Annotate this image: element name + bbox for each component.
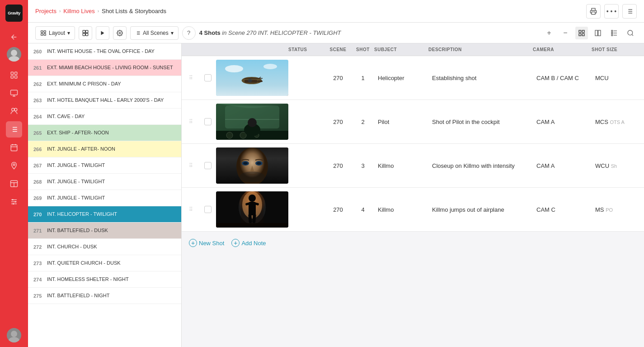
topnav-right: • • • xyxy=(586,4,637,19)
svg-rect-56 xyxy=(595,30,597,36)
shot-size-3: WCU Sh xyxy=(592,162,637,169)
breadcrumb-current: Shot Lists & Storyboards xyxy=(102,8,166,14)
scene-item-272[interactable]: 272 INT. CHURCH - DUSK xyxy=(28,239,181,255)
shot-size-4: MS PO xyxy=(592,206,637,213)
drag-handle-2[interactable]: ⠿ xyxy=(189,119,200,125)
drag-handle-3[interactable]: ⠿ xyxy=(189,162,200,169)
svg-rect-59 xyxy=(611,32,613,33)
drag-handle-4[interactable]: ⠿ xyxy=(189,206,200,213)
scene-item-265[interactable]: 265 EXT. SHIP - AFTER- NOON xyxy=(28,125,181,141)
shot-row-3: ⠿ xyxy=(182,144,644,188)
sidebar-item-location[interactable] xyxy=(6,157,22,174)
checkbox-3[interactable] xyxy=(200,162,216,169)
scene-item-261[interactable]: 261 EXT. MIAMI BEACH HOUSE - LIVING ROOM… xyxy=(28,60,181,76)
shot-row-2: ⠿ xyxy=(182,100,644,144)
header-camera: CAMERA xyxy=(533,47,592,52)
header-scene: SCENE xyxy=(324,47,352,52)
new-shot-plus-icon: + xyxy=(189,239,197,247)
breadcrumb: Projects › Killmo Lives › Shot Lists & S… xyxy=(35,8,166,14)
content-area: 260 INT. WHITE HOUSE - THE OVAL OFFICE -… xyxy=(28,43,644,347)
scene-item-271[interactable]: 271 INT. BATTLEFIELD - DUSK xyxy=(28,223,181,239)
storyboard-button[interactable] xyxy=(79,26,92,40)
checkbox-2[interactable] xyxy=(200,118,216,125)
shot-thumb-2[interactable] xyxy=(216,104,288,140)
sidebar-item-projects[interactable] xyxy=(6,67,22,83)
print-button[interactable] xyxy=(586,4,601,19)
view-list-button[interactable] xyxy=(608,27,620,39)
play-button[interactable] xyxy=(96,26,109,40)
svg-point-47 xyxy=(119,32,121,34)
shot-area: STATUS SCENE SHOT SUBJECT DESCRIPTION CA… xyxy=(182,43,644,347)
svg-rect-38 xyxy=(41,30,43,32)
breadcrumb-project[interactable]: Killmo Lives xyxy=(63,8,94,14)
help-button[interactable]: ? xyxy=(182,26,196,40)
app-logo[interactable]: Gravity xyxy=(5,5,23,22)
svg-point-7 xyxy=(12,108,14,111)
sidebar-item-sliders[interactable] xyxy=(6,194,22,210)
more-button[interactable]: • • • xyxy=(604,4,619,19)
shot-camera-4: CAM C xyxy=(533,206,592,213)
sidebar-item-shotlist[interactable] xyxy=(6,121,22,138)
svg-rect-6 xyxy=(11,90,18,95)
scene-item-275[interactable]: 275 INT. BATTLEFIELD - NIGHT xyxy=(28,288,181,304)
svg-point-95 xyxy=(249,195,256,202)
layout-button[interactable]: Layout ▾ xyxy=(35,26,75,40)
toolbar: Layout ▾ All Scenes xyxy=(28,23,644,43)
breadcrumb-sep1: › xyxy=(59,9,61,14)
svg-point-1 xyxy=(9,56,19,62)
new-shot-link[interactable]: + New Shot xyxy=(189,239,224,247)
scene-item-263[interactable]: 263 INT. HOTEL BANQUET HALL - EARLY 2000… xyxy=(28,92,181,109)
add-note-label: Add Note xyxy=(241,240,266,247)
scene-item-268[interactable]: 268 INT. JUNGLE - TWILIGHT xyxy=(28,174,181,190)
svg-rect-71 xyxy=(257,81,263,82)
breadcrumb-projects[interactable]: Projects xyxy=(35,8,56,14)
scene-item-274[interactable]: 274 INT. HOMELESS SHELTER - NIGHT xyxy=(28,271,181,288)
shot-size-2: MCS OTS A xyxy=(592,119,637,125)
scene-item-260[interactable]: 260 INT. WHITE HOUSE - THE OVAL OFFICE -… xyxy=(28,43,181,60)
new-shot-label: New Shot xyxy=(199,240,224,247)
svg-rect-45 xyxy=(86,33,88,35)
user-avatar-bottom[interactable] xyxy=(7,328,21,342)
checkbox-4[interactable] xyxy=(200,206,216,213)
view-grid-button[interactable] xyxy=(575,27,588,39)
shot-thumb-1[interactable] xyxy=(216,60,288,96)
svg-rect-42 xyxy=(83,30,85,33)
sidebar-item-board[interactable] xyxy=(6,176,22,192)
scene-item-270[interactable]: 270 INT. HELICOPTER - TWILIGHT xyxy=(28,206,181,223)
scene-item-264[interactable]: 264 INT. CAVE - DAY xyxy=(28,109,181,125)
scene-item-273[interactable]: 273 INT. QUIETER CHURCH - DUSK xyxy=(28,255,181,271)
user-avatar-top[interactable] xyxy=(7,47,21,62)
add-note-link[interactable]: + Add Note xyxy=(231,239,266,247)
scene-item-267[interactable]: 267 INT. JUNGLE - TWILIGHT xyxy=(28,157,181,174)
svg-point-0 xyxy=(11,50,17,56)
checkbox-1[interactable] xyxy=(200,74,216,81)
shot-subject-2: Pilot xyxy=(374,119,428,125)
shot-camera-1: CAM B / CAM C xyxy=(533,75,592,81)
shot-subject-3: Killmo xyxy=(374,162,428,169)
zoom-out-button[interactable]: − xyxy=(559,27,572,39)
svg-rect-57 xyxy=(598,30,601,36)
settings-button[interactable] xyxy=(113,26,127,40)
scene-item-269[interactable]: 269 INT. JUNGLE - TWILIGHT xyxy=(28,190,181,206)
scene-item-262[interactable]: 262 EXT. MINIMUM C PRISON - DAY xyxy=(28,76,181,92)
zoom-in-button[interactable]: + xyxy=(543,27,555,39)
list-view-button[interactable] xyxy=(622,4,637,19)
help-icon: ? xyxy=(187,29,190,36)
table-header: STATUS SCENE SHOT SUBJECT DESCRIPTION CA… xyxy=(182,43,644,56)
scene-item-266[interactable]: 266 INT. JUNGLE - AFTER- NOON xyxy=(28,141,181,157)
shot-thumb-3[interactable] xyxy=(216,147,288,184)
scenes-dropdown[interactable]: All Scenes ▾ xyxy=(130,26,179,40)
sidebar-item-storyboard[interactable] xyxy=(6,85,22,101)
svg-rect-52 xyxy=(579,30,581,33)
header-description: DESCRIPTION xyxy=(428,47,533,52)
view-columns-button[interactable] xyxy=(592,27,604,39)
shot-thumb-4[interactable] xyxy=(216,191,288,228)
scenes-dropdown-label: All Scenes xyxy=(143,30,169,36)
svg-point-79 xyxy=(226,132,233,138)
sidebar-item-calendar[interactable] xyxy=(6,139,22,156)
svg-point-67 xyxy=(225,65,243,72)
sidebar-item-users[interactable] xyxy=(6,103,22,119)
search-button[interactable] xyxy=(624,27,637,39)
drag-handle-1[interactable]: ⠿ xyxy=(189,75,200,81)
sidebar-item-back[interactable] xyxy=(6,29,22,45)
